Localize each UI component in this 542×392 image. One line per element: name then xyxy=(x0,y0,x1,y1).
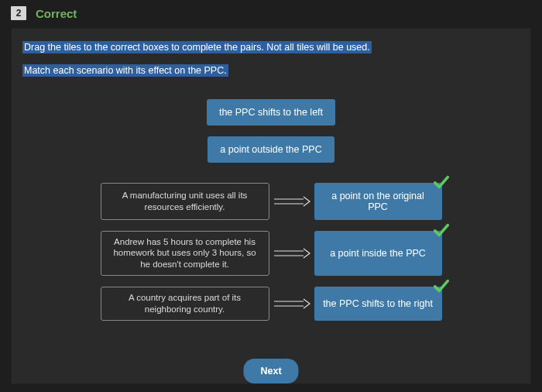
scenario-box: A manufacturing unit uses all its resour… xyxy=(101,183,269,220)
tile-bank: the PPC shifts to the left a point outsi… xyxy=(22,99,520,163)
pair-row: Andrew has 5 hours to complete his homew… xyxy=(101,231,442,277)
answer-tile[interactable]: the PPC shifts to the right xyxy=(314,287,442,321)
instruction-sub: Match each scenario with its effect on t… xyxy=(22,64,228,77)
arrow-icon xyxy=(269,287,314,321)
next-button[interactable]: Next xyxy=(243,359,298,383)
bank-tile[interactable]: a point outside the PPC xyxy=(208,136,334,163)
arrow-icon xyxy=(269,231,314,277)
bank-tile[interactable]: the PPC shifts to the left xyxy=(207,99,335,126)
scenario-box: A country acquires part of its neighbori… xyxy=(101,287,269,321)
checkmark-icon xyxy=(433,222,450,239)
checkmark-icon xyxy=(433,174,450,191)
status-label: Correct xyxy=(36,7,77,20)
arrow-icon xyxy=(269,183,314,220)
pair-row: A manufacturing unit uses all its resour… xyxy=(101,183,442,220)
question-number: 2 xyxy=(11,6,26,20)
pair-row: A country acquires part of its neighbori… xyxy=(101,287,442,321)
checkmark-icon xyxy=(433,277,450,294)
answer-slot[interactable]: a point inside the PPC xyxy=(314,231,442,277)
instruction-sub-wrap: Match each scenario with its effect on t… xyxy=(22,64,520,77)
answer-tile[interactable]: a point on the original PPC xyxy=(314,183,442,220)
answer-slot[interactable]: a point on the original PPC xyxy=(314,183,442,220)
scenario-box: Andrew has 5 hours to complete his homew… xyxy=(101,231,269,277)
pairs-container: A manufacturing unit uses all its resour… xyxy=(22,183,520,322)
instruction-main: Drag the tiles to the correct boxes to c… xyxy=(22,41,372,53)
answer-tile[interactable]: a point inside the PPC xyxy=(314,231,442,277)
answer-slot[interactable]: the PPC shifts to the right xyxy=(314,287,442,321)
question-header: 2 Correct xyxy=(0,0,542,26)
instruction-main-wrap: Drag the tiles to the correct boxes to c… xyxy=(22,41,520,53)
question-content: Drag the tiles to the correct boxes to c… xyxy=(11,28,531,384)
